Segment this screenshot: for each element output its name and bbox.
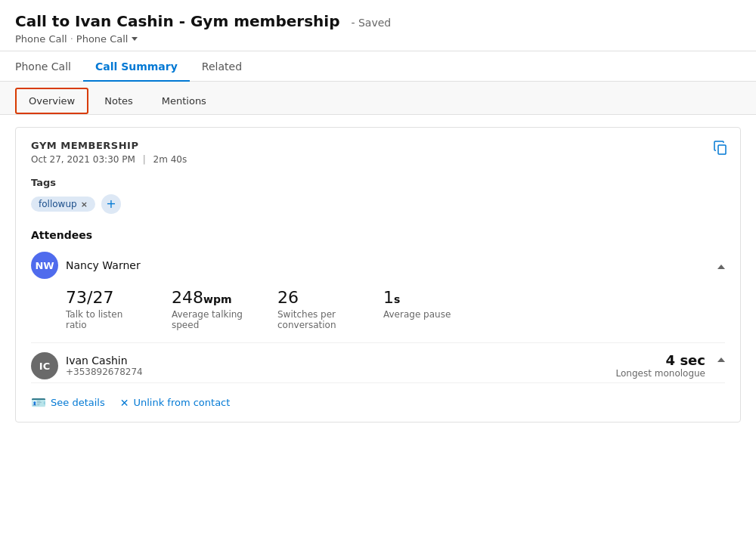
see-details-label: See details — [51, 397, 105, 408]
subtab-notes[interactable]: Notes — [91, 88, 146, 113]
call-meta: Oct 27, 2021 03:30 PM | 2m 40s — [31, 154, 725, 165]
content-area: GYM MEMBERSHIP Oct 27, 2021 03:30 PM | 2… — [0, 115, 756, 435]
unlink-contact-label: Unlink from contact — [133, 397, 230, 408]
stats-grid-nancy: 73/27 Talk to listen ratio 248wpm Averag… — [31, 288, 725, 330]
mono-number: 4 — [666, 352, 676, 368]
stat-talk-listen-number: 73/27 — [66, 288, 113, 307]
tag-followup: followup × — [31, 197, 95, 212]
subtab-overview[interactable]: Overview — [15, 88, 88, 114]
unlink-icon: ✕ — [120, 397, 129, 409]
breadcrumb-item-2-label: Phone Call — [76, 33, 129, 45]
avatar-nancy-initials: NW — [35, 260, 54, 271]
stat-switches-number: 26 — [277, 288, 299, 307]
chevron-up-icon-ivan — [717, 358, 725, 362]
attendee-name-ivan: Ivan Cashin — [66, 354, 143, 367]
stat-avg-pause-label: Average pause — [383, 309, 451, 320]
stat-talk-listen-label: Talk to listen ratio — [66, 309, 141, 330]
stat-talking-speed-value: 248wpm — [172, 288, 247, 308]
subtab-notes-label: Notes — [104, 95, 133, 107]
stat-switches-label: Switches per conversation — [277, 309, 353, 330]
see-details-link[interactable]: 🪪 See details — [31, 395, 105, 410]
tag-followup-remove[interactable]: × — [81, 200, 88, 209]
collapse-nancy-button[interactable] — [717, 259, 725, 271]
tag-followup-label: followup — [39, 199, 77, 209]
breadcrumb-item-1: Phone Call — [15, 33, 67, 45]
page-container: Call to Ivan Cashin - Gym membership - S… — [0, 0, 756, 551]
stat-avg-pause: 1s Average pause — [383, 288, 451, 330]
tags-container: followup × + — [31, 194, 725, 214]
mono-value: 4 sec — [616, 352, 705, 368]
attendees-title: Attendees — [31, 229, 725, 241]
attendee-header-nancy: NW Nancy Warner — [31, 252, 725, 279]
title-text: Call to Ivan Cashin - Gym membership — [15, 12, 339, 30]
stat-avg-pause-unit: s — [394, 293, 400, 305]
subtab-mentions-label: Mentions — [162, 95, 206, 107]
tab-related-label: Related — [202, 60, 242, 73]
tags-label: Tags — [31, 177, 725, 188]
subtab-overview-label: Overview — [29, 95, 75, 107]
call-card: GYM MEMBERSHIP Oct 27, 2021 03:30 PM | 2… — [15, 127, 741, 423]
saved-badge: - Saved — [351, 17, 391, 29]
unlink-contact-link[interactable]: ✕ Unlink from contact — [120, 397, 231, 409]
call-date: Oct 27, 2021 03:30 PM — [31, 154, 135, 165]
stat-talking-speed-number: 248 — [172, 288, 203, 307]
attendee-row-ivan: IC Ivan Cashin +353892678274 4 sec — [31, 342, 725, 379]
stat-talk-listen: 73/27 Talk to listen ratio — [66, 288, 141, 330]
meta-separator: | — [143, 154, 149, 165]
stat-talking-speed: 248wpm Average talking speed — [172, 288, 247, 330]
attendee-name-nancy: Nancy Warner — [66, 259, 141, 271]
chevron-down-icon — [132, 37, 138, 41]
attendee-info-ivan: Ivan Cashin +353892678274 — [66, 354, 143, 377]
tab-phone-call[interactable]: Phone Call — [15, 51, 83, 82]
breadcrumb-separator: · — [70, 33, 73, 45]
stat-avg-pause-value: 1s — [383, 288, 451, 308]
avatar-ivan-initials: IC — [39, 361, 50, 372]
tab-call-summary-label: Call Summary — [95, 60, 178, 73]
footer-actions: 🪪 See details ✕ Unlink from contact — [31, 382, 725, 410]
subtab-mentions[interactable]: Mentions — [149, 88, 219, 113]
mono-unit-text: sec — [680, 352, 705, 368]
tab-phone-call-label: Phone Call — [15, 60, 71, 73]
stat-talking-speed-unit: wpm — [203, 293, 232, 305]
copy-icon[interactable] — [713, 140, 728, 157]
breadcrumb: Phone Call · Phone Call — [15, 33, 741, 45]
attendee-phone-ivan: +353892678274 — [66, 367, 143, 377]
attendee-name-group-nancy: NW Nancy Warner — [31, 252, 141, 279]
attendee-row-nancy: NW Nancy Warner 73/27 Talk to listen rat… — [31, 252, 725, 330]
stat-talking-speed-label: Average talking speed — [172, 309, 247, 330]
avatar-ivan: IC — [31, 352, 58, 379]
person-card-icon: 🪪 — [31, 395, 46, 410]
stat-switches-value: 26 — [277, 288, 353, 308]
ivan-right-section: 4 sec Longest monologue — [616, 352, 725, 379]
chevron-up-icon-nancy — [717, 265, 725, 269]
stat-talk-listen-value: 73/27 — [66, 288, 141, 308]
mono-label: Longest monologue — [616, 368, 705, 379]
attendee-name-group-ivan: IC Ivan Cashin +353892678274 — [31, 352, 143, 379]
call-duration: 2m 40s — [153, 154, 187, 165]
page-title: Call to Ivan Cashin - Gym membership - S… — [15, 12, 741, 30]
collapse-ivan-button[interactable] — [717, 352, 725, 364]
breadcrumb-item-2[interactable]: Phone Call — [76, 33, 138, 45]
avatar-nancy: NW — [31, 252, 58, 279]
main-tabs: Phone Call Call Summary Related — [0, 51, 756, 82]
longest-monologue: 4 sec Longest monologue — [616, 352, 705, 379]
page-header: Call to Ivan Cashin - Gym membership - S… — [0, 0, 756, 51]
sub-tabs: Overview Notes Mentions — [0, 82, 756, 115]
tab-call-summary[interactable]: Call Summary — [83, 51, 190, 82]
stat-avg-pause-number: 1 — [383, 288, 394, 307]
call-title: GYM MEMBERSHIP — [31, 140, 725, 151]
svg-rect-0 — [718, 145, 726, 154]
tab-related[interactable]: Related — [190, 51, 254, 82]
add-tag-button[interactable]: + — [101, 194, 121, 214]
stat-switches: 26 Switches per conversation — [277, 288, 353, 330]
